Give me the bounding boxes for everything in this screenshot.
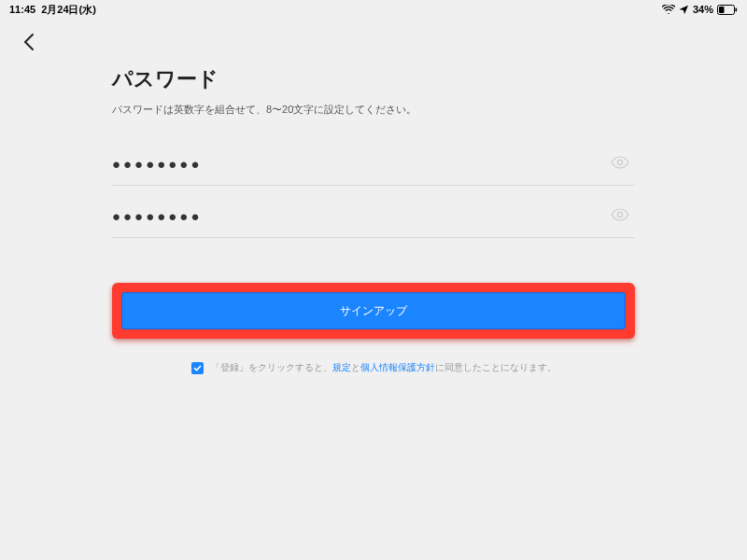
signup-button-label: サインアップ xyxy=(340,303,407,319)
signup-highlight: サインアップ xyxy=(112,283,635,339)
check-icon xyxy=(193,364,202,372)
toggle-password-visibility[interactable] xyxy=(611,156,629,173)
confirm-password-value: ●●●●●●●● xyxy=(112,208,202,224)
svg-point-4 xyxy=(617,212,622,217)
consent-text: 「登録」をクリックすると、規定と個人情報保護方針に同意したことになります。 xyxy=(211,361,557,374)
password-field[interactable]: ●●●●●●●● xyxy=(112,143,635,186)
consent-checkbox[interactable] xyxy=(191,362,204,374)
password-value: ●●●●●●●● xyxy=(112,156,202,172)
consent-prefix: 「登録」をクリックすると、 xyxy=(211,362,332,372)
consent-row: 「登録」をクリックすると、規定と個人情報保護方針に同意したことになります。 xyxy=(112,361,635,374)
wifi-icon xyxy=(662,5,675,14)
location-icon xyxy=(679,5,689,15)
eye-icon xyxy=(611,156,629,169)
status-time: 11:45 xyxy=(9,4,35,15)
toggle-confirm-visibility[interactable] xyxy=(611,208,629,225)
battery-percent: 34% xyxy=(693,4,713,15)
consent-and: と xyxy=(351,362,360,372)
chevron-left-icon xyxy=(22,33,35,51)
svg-point-3 xyxy=(617,160,622,164)
page-title: パスワード xyxy=(112,65,635,93)
status-bar: 11:45 2月24日(水) 34% xyxy=(0,0,747,17)
status-date: 2月24日(水) xyxy=(41,3,96,17)
signup-button[interactable]: サインアップ xyxy=(121,292,626,329)
terms-link[interactable]: 規定 xyxy=(332,362,351,372)
battery-icon xyxy=(717,5,738,15)
confirm-password-field[interactable]: ●●●●●●●● xyxy=(112,195,635,238)
status-left: 11:45 2月24日(水) xyxy=(9,3,96,17)
page-subtitle: パスワードは英数字を組合せて、8〜20文字に設定してください。 xyxy=(112,103,635,117)
svg-rect-1 xyxy=(719,7,725,13)
status-right: 34% xyxy=(662,4,738,15)
consent-suffix: に同意したことになります。 xyxy=(435,362,557,372)
eye-icon xyxy=(611,208,629,221)
svg-rect-2 xyxy=(736,7,738,11)
content: パスワード パスワードは英数字を組合せて、8〜20文字に設定してください。 ●●… xyxy=(112,65,635,374)
privacy-link[interactable]: 個人情報保護方針 xyxy=(360,362,435,372)
back-button[interactable] xyxy=(17,30,41,54)
